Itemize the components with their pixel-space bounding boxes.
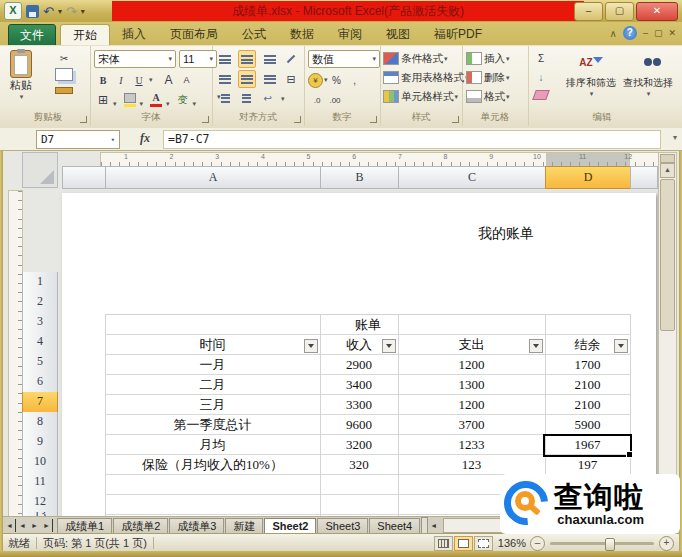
- minimize-button[interactable]: –: [574, 2, 603, 21]
- sort-filter-button[interactable]: AZ 排序和筛选 ▾: [562, 48, 620, 98]
- paste-dropdown-icon[interactable]: ▾: [20, 93, 24, 101]
- underline-button[interactable]: U: [131, 72, 147, 88]
- scroll-up-icon[interactable]: ▲: [660, 163, 675, 178]
- align-middle-icon[interactable]: [238, 50, 256, 68]
- header-cell-expense[interactable]: 支出: [398, 335, 545, 355]
- column-header-a[interactable]: A: [105, 166, 321, 189]
- zoom-slider-thumb[interactable]: [605, 538, 615, 551]
- row-header-4[interactable]: 4: [22, 332, 58, 353]
- font-name-select[interactable]: 宋体 ▾: [94, 50, 176, 68]
- header-cell-balance[interactable]: 结余: [545, 335, 630, 355]
- vertical-scrollbar[interactable]: ▲: [658, 152, 677, 518]
- sheet-tab-sheet2[interactable]: Sheet2: [264, 518, 316, 534]
- bold-button[interactable]: B: [95, 72, 111, 88]
- conditional-formatting-button[interactable]: 条件格式 ▾: [383, 50, 469, 67]
- row-header-1[interactable]: 1: [22, 272, 58, 293]
- borders-dropdown-icon[interactable]: ▾: [113, 100, 117, 108]
- phonetic-guide-button[interactable]: 变: [175, 92, 191, 108]
- row-header-12[interactable]: 12: [22, 492, 58, 513]
- decrease-indent-icon[interactable]: [217, 90, 233, 106]
- autosum-icon[interactable]: Σ: [533, 50, 549, 66]
- fill-color-icon[interactable]: [122, 92, 138, 108]
- row-header-3[interactable]: 3: [22, 312, 58, 333]
- tab-scroll-left-icon[interactable]: ◄: [428, 519, 439, 532]
- underline-dropdown-icon[interactable]: ▾: [149, 76, 153, 84]
- align-right-icon[interactable]: [262, 71, 278, 87]
- column-header-e-partial[interactable]: [630, 166, 658, 189]
- align-left-icon[interactable]: [217, 71, 233, 87]
- zoom-in-icon[interactable]: +: [659, 536, 674, 551]
- split-handle[interactable]: [660, 154, 675, 163]
- tab-formulas[interactable]: 公式: [230, 24, 278, 45]
- save-icon[interactable]: [26, 5, 39, 18]
- filter-dropdown-icon[interactable]: [382, 339, 396, 353]
- orientation-icon[interactable]: [283, 51, 299, 67]
- page-layout-view-button[interactable]: [454, 536, 473, 551]
- clear-icon[interactable]: [532, 90, 550, 100]
- column-header-d[interactable]: D: [545, 166, 631, 189]
- grow-font-button[interactable]: A: [161, 72, 177, 88]
- column-header-b[interactable]: B: [320, 166, 399, 189]
- wrap-dropdown-icon[interactable]: ▾: [281, 95, 285, 102]
- fill-icon[interactable]: ↓: [533, 69, 549, 85]
- maximize-button[interactable]: ▢: [605, 2, 634, 21]
- workbook-minimize-icon[interactable]: –: [643, 28, 648, 38]
- formula-bar-expand-icon[interactable]: ▾: [673, 133, 677, 142]
- prev-sheet-icon[interactable]: ◄: [17, 519, 28, 532]
- percent-style-icon[interactable]: %: [329, 72, 345, 88]
- tab-home[interactable]: 开始: [60, 24, 110, 45]
- select-all-button[interactable]: [22, 152, 58, 188]
- help-icon[interactable]: ?: [623, 26, 637, 40]
- paste-button[interactable]: 粘贴 ▾: [10, 50, 32, 101]
- row-header-7[interactable]: 7: [22, 392, 58, 413]
- header-cell-income[interactable]: 收入: [320, 335, 398, 355]
- cell-styles-button[interactable]: 单元格样式 ▾: [383, 88, 469, 105]
- accounting-dropdown-icon[interactable]: ▾: [324, 76, 328, 84]
- merge-center-icon[interactable]: ⊟: [283, 71, 299, 87]
- excel-app-icon[interactable]: X: [4, 2, 22, 20]
- row-header-5[interactable]: 5: [22, 352, 58, 373]
- alignment-dialog-launcher-icon[interactable]: [294, 116, 301, 123]
- normal-view-button[interactable]: [434, 536, 453, 551]
- undo-dropdown-icon[interactable]: ▾: [58, 7, 62, 16]
- sheet-tab-partial[interactable]: [421, 517, 428, 534]
- row-header-6[interactable]: 6: [22, 372, 58, 393]
- row-header-8[interactable]: 8: [22, 412, 58, 433]
- undo-icon[interactable]: ↶: [43, 5, 54, 18]
- align-bottom-icon[interactable]: [262, 51, 278, 67]
- italic-button[interactable]: I: [113, 72, 129, 88]
- font-dialog-launcher-icon[interactable]: [202, 116, 209, 123]
- tab-foxit-pdf[interactable]: 福昕PDF: [422, 24, 494, 45]
- cut-icon[interactable]: ✂: [55, 50, 73, 66]
- zoom-slider[interactable]: [550, 542, 654, 545]
- font-color-dropdown-icon[interactable]: ▾: [166, 100, 170, 108]
- last-sheet-icon[interactable]: ►: [41, 519, 53, 532]
- borders-icon[interactable]: ⊞: [95, 92, 111, 108]
- clipboard-dialog-launcher-icon[interactable]: [80, 116, 87, 123]
- tab-file[interactable]: 文件: [8, 24, 56, 47]
- tab-page-layout[interactable]: 页面布局: [158, 24, 230, 45]
- format-cells-button[interactable]: 格式 ▾: [466, 88, 510, 105]
- number-dialog-launcher-icon[interactable]: [370, 116, 377, 123]
- styles-dialog-launcher-icon[interactable]: [452, 116, 459, 123]
- align-center-icon[interactable]: [238, 70, 256, 88]
- row-header-11[interactable]: 11: [22, 472, 58, 493]
- name-box[interactable]: D7 ▾: [36, 130, 120, 149]
- tab-insert[interactable]: 插入: [110, 24, 158, 45]
- shrink-font-button[interactable]: A: [179, 72, 195, 88]
- font-color-icon[interactable]: A: [148, 92, 164, 108]
- row-header-9[interactable]: 9: [22, 432, 58, 453]
- filter-dropdown-icon[interactable]: [304, 339, 318, 353]
- page-break-view-button[interactable]: [474, 536, 493, 551]
- wrap-text-icon[interactable]: ↩: [260, 90, 276, 106]
- row-header-2[interactable]: 2: [22, 292, 58, 313]
- sheet-tab-chengjidan1[interactable]: 成绩单1: [57, 518, 112, 534]
- tab-data[interactable]: 数据: [278, 24, 326, 45]
- tab-view[interactable]: 视图: [374, 24, 422, 45]
- header-cell-time[interactable]: 时间: [105, 335, 320, 355]
- insert-cells-button[interactable]: 插入 ▾: [466, 50, 510, 67]
- find-select-button[interactable]: 查找和选择 ▾: [622, 48, 674, 98]
- comma-style-icon[interactable]: ,: [347, 72, 363, 88]
- decrease-decimal-icon[interactable]: .00: [327, 92, 343, 108]
- format-painter-icon[interactable]: [55, 87, 73, 94]
